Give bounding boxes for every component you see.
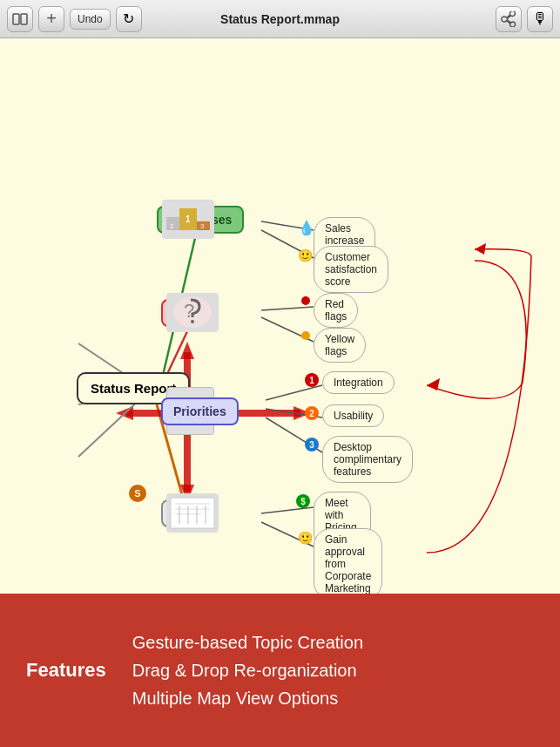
svg-text:?: ?: [184, 300, 194, 322]
priorities-node[interactable]: Priorities #: [161, 387, 214, 435]
svg-line-18: [266, 385, 322, 400]
svg-marker-7: [180, 342, 194, 359]
plans-badge: S: [129, 485, 146, 502]
svg-rect-37: [171, 498, 214, 528]
refresh-button[interactable]: ↻: [116, 6, 142, 32]
svg-line-16: [261, 307, 314, 310]
plans-node[interactable]: Plans: [161, 493, 219, 533]
risks-node[interactable]: Risks ?: [161, 293, 219, 332]
svg-rect-0: [13, 14, 19, 24]
bookmarks-button[interactable]: [7, 6, 33, 32]
more-options-button[interactable]: 🎙: [527, 6, 553, 32]
undo-button[interactable]: Undo: [70, 9, 111, 30]
share-button[interactable]: [496, 6, 522, 32]
svg-marker-24: [475, 243, 486, 255]
successes-node[interactable]: Successes 1 2 3: [157, 200, 214, 239]
successes-image: 1 2 3: [162, 200, 214, 239]
svg-marker-11: [116, 406, 133, 420]
toolbar-right-actions: 🎙: [496, 6, 553, 32]
features-label: Features: [26, 659, 106, 682]
feature-item-1: Gesture-based Topic Creation: [132, 628, 363, 656]
svg-line-21: [261, 507, 314, 513]
mindmap-area: Status Report Successes 1 2 3 Risks: [0, 38, 560, 594]
features-list: Gesture-based Topic Creation Drag & Drop…: [132, 628, 363, 712]
feature-item-2: Drag & Drop Re-organization: [132, 656, 363, 684]
svg-line-27: [78, 396, 144, 457]
svg-marker-23: [427, 378, 440, 390]
svg-text:2: 2: [170, 222, 174, 230]
svg-point-36: [191, 320, 194, 323]
document-title: Status Report.mmap: [220, 12, 340, 26]
svg-rect-1: [21, 14, 27, 24]
svg-text:3: 3: [200, 222, 205, 230]
svg-text:1: 1: [186, 214, 191, 224]
toolbar: + Undo ↻ Status Report.mmap 🎙: [0, 0, 560, 38]
features-panel: Features Gesture-based Topic Creation Dr…: [0, 594, 560, 747]
mindmap-connections: [0, 38, 560, 594]
plans-image: [166, 493, 219, 533]
risks-image: ?: [166, 293, 219, 332]
add-button[interactable]: +: [38, 6, 64, 32]
feature-item-3: Multiple Map View Options: [132, 684, 363, 712]
